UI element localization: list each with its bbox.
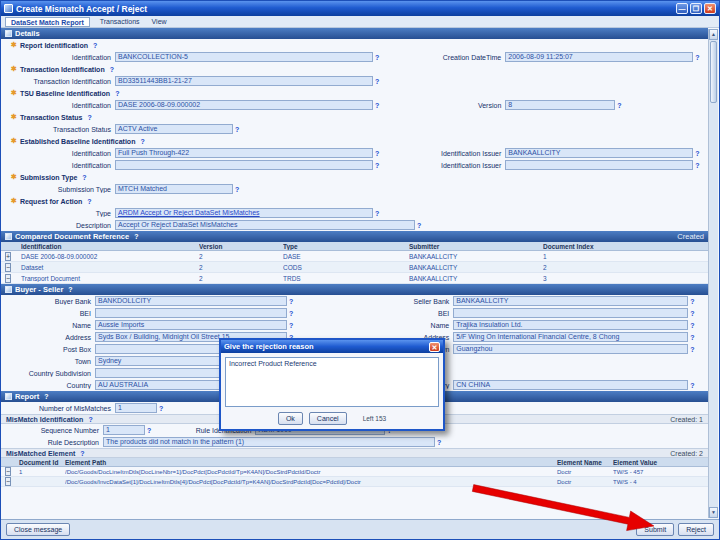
help-icon[interactable]: ? <box>437 439 441 446</box>
buyer-bei-field[interactable] <box>95 308 287 318</box>
cell-document-index: 1 <box>543 253 708 260</box>
help-icon[interactable]: ? <box>289 322 293 329</box>
seller-name-field[interactable]: Trajika Insulation Ltd. <box>453 320 688 330</box>
vertical-scrollbar[interactable]: ▲ ▼ <box>708 29 718 518</box>
help-icon[interactable]: ? <box>375 78 379 85</box>
help-icon[interactable]: ? <box>80 450 84 457</box>
transaction-status-field[interactable]: ACTV Active <box>115 124 233 134</box>
rejection-reason-input[interactable]: Incorrect Product Reference <box>225 357 439 407</box>
collapse-icon[interactable]: − <box>5 274 11 283</box>
col-element-path: Element Path <box>65 459 557 466</box>
help-icon[interactable]: ? <box>690 334 694 341</box>
maximize-button[interactable]: ❐ <box>690 3 702 14</box>
identification-field[interactable]: Full Push Through-422 <box>115 148 373 158</box>
help-icon[interactable]: ? <box>375 102 379 109</box>
help-icon[interactable]: ? <box>690 382 694 389</box>
type-field[interactable]: ARDM Accept Or Reject DataSet MisMatches <box>115 208 373 218</box>
buyer-name-field[interactable]: Aussie Imports <box>95 320 287 330</box>
minimize-button[interactable]: — <box>676 3 688 14</box>
ok-button[interactable]: Ok <box>278 412 303 425</box>
help-icon[interactable]: ? <box>82 174 86 181</box>
seller-town-field[interactable]: Guangzhou <box>453 344 688 354</box>
help-icon[interactable]: ? <box>695 150 699 157</box>
reject-button[interactable]: Reject <box>678 523 714 536</box>
help-icon[interactable]: ? <box>375 54 379 61</box>
help-icon[interactable]: ? <box>289 310 293 317</box>
help-icon[interactable]: ? <box>159 405 163 412</box>
help-icon[interactable]: ? <box>87 198 91 205</box>
menu-transactions[interactable]: Transactions <box>98 18 142 25</box>
scroll-up-button[interactable]: ▲ <box>709 29 718 40</box>
seller-bei-field[interactable] <box>453 308 688 318</box>
mismatch-count-label: Number of MisMatches <box>15 405 115 412</box>
help-icon[interactable]: ? <box>375 210 379 217</box>
help-icon[interactable]: ? <box>68 286 72 293</box>
buyer-bank-field[interactable]: BANKDOLLCITY <box>95 296 287 306</box>
help-icon[interactable]: ? <box>375 162 379 169</box>
help-icon[interactable]: ? <box>690 322 694 329</box>
seller-bank-field[interactable]: BANKAALLCITY <box>453 296 688 306</box>
table-row[interactable]: + DASE 2006-08-09.000002 2 DASE BANKAALL… <box>1 251 708 262</box>
identification-issuer-field[interactable]: BANKAALLCITY <box>505 148 693 158</box>
transaction-identification-field[interactable]: BD33511443BB1-21-27 <box>115 76 373 86</box>
version-field[interactable]: 8 <box>505 100 615 110</box>
dialog-close-button[interactable]: ✕ <box>429 342 440 352</box>
menu-bar: DataSet Match Report Transactions View <box>1 16 719 28</box>
identification-issuer-field[interactable] <box>505 160 693 170</box>
help-icon[interactable]: ? <box>88 416 92 423</box>
version-label: Version <box>409 102 505 109</box>
help-icon[interactable]: ? <box>375 150 379 157</box>
seller-address-field[interactable]: 5/F Wing On International Financial Cent… <box>453 332 688 342</box>
table-row[interactable]: − 1 /Doc/Goods/DocLineItmDtls[DocLineNbr… <box>1 467 708 477</box>
seller-country-field[interactable]: CN CHINA <box>453 380 688 390</box>
help-icon[interactable]: ? <box>93 42 97 49</box>
identification-field[interactable]: BANKCOLLECTION-5 <box>115 52 373 62</box>
help-icon[interactable]: ? <box>289 298 293 305</box>
submit-button[interactable]: Submit <box>636 523 674 536</box>
help-icon[interactable]: ? <box>134 233 138 240</box>
dialog-titlebar[interactable]: Give the rejection reason ✕ <box>221 340 443 353</box>
scroll-down-button[interactable]: ▼ <box>709 507 718 518</box>
created-label: Created <box>677 232 704 241</box>
scrollbar-thumb[interactable] <box>710 41 717 103</box>
mismatch-count-field[interactable]: 1 <box>115 403 157 413</box>
creation-datetime-field[interactable]: 2006-08-09 11:25:07 <box>505 52 693 62</box>
help-icon[interactable]: ? <box>690 310 694 317</box>
help-icon[interactable]: ? <box>88 114 92 121</box>
help-icon[interactable]: ? <box>690 346 694 353</box>
collapse-icon[interactable]: − <box>5 467 11 476</box>
tab-dataset-match-report[interactable]: DataSet Match Report <box>5 17 90 27</box>
table-row[interactable]: − Dataset 2 CODS BANKAALLCITY 2 <box>1 262 708 273</box>
baseline-identification-field[interactable]: DASE 2006-08-09.000002 <box>115 100 373 110</box>
help-icon[interactable]: ? <box>44 393 48 400</box>
col-identification: Identification <box>21 243 199 250</box>
help-icon[interactable]: ? <box>115 90 119 97</box>
help-icon[interactable]: ? <box>140 138 144 145</box>
help-icon[interactable]: ? <box>695 54 699 61</box>
help-icon[interactable]: ? <box>235 186 239 193</box>
cancel-button[interactable]: Cancel <box>309 412 347 425</box>
close-message-button[interactable]: Close message <box>6 523 70 536</box>
row-report-identification: Identification BANKCOLLECTION-5 ? Creati… <box>1 51 708 63</box>
description-field[interactable]: Accept Or Reject DataSet MisMatches <box>115 220 415 230</box>
help-icon[interactable]: ? <box>417 222 421 229</box>
help-icon[interactable]: ? <box>110 66 114 73</box>
help-icon[interactable]: ? <box>147 427 151 434</box>
collapse-icon[interactable]: − <box>5 477 11 486</box>
rule-description-field[interactable]: The products did not match in the patter… <box>103 437 435 447</box>
titlebar[interactable]: Create Mismatch Accept / Reject — ❐ ✕ <box>1 1 719 16</box>
expand-icon[interactable]: + <box>5 252 11 261</box>
menu-view[interactable]: View <box>150 18 169 25</box>
help-icon[interactable]: ? <box>235 126 239 133</box>
table-row[interactable]: − /Doc/Goods/InvcDataSet[1]/DocLineItmDt… <box>1 477 708 487</box>
submission-type-field[interactable]: MTCH Matched <box>115 184 233 194</box>
help-icon[interactable]: ? <box>617 102 621 109</box>
help-icon[interactable]: ? <box>695 162 699 169</box>
help-icon[interactable]: ? <box>690 298 694 305</box>
collapse-icon[interactable]: − <box>5 263 11 272</box>
sequence-number-field[interactable]: 1 <box>103 425 145 435</box>
close-button[interactable]: ✕ <box>704 3 716 14</box>
table-row[interactable]: − Transport Document 2 TRDS BANKAALLCITY… <box>1 273 708 284</box>
col-element-value: Element Value <box>613 459 708 466</box>
identification-field[interactable] <box>115 160 373 170</box>
